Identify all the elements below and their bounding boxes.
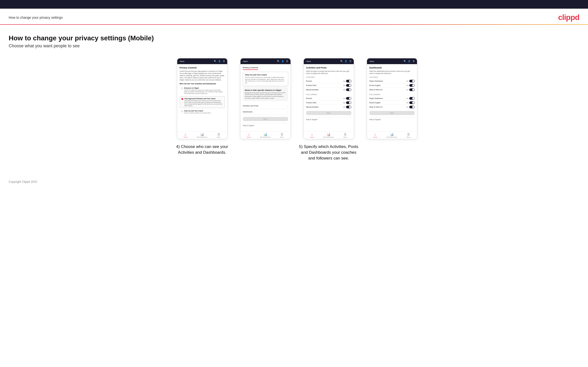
phone4: ‹ Back 🔍 👤 ☰ Dashboards Select the dashb… bbox=[367, 58, 417, 139]
phone4-icons: 🔍 👤 ☰ bbox=[404, 60, 415, 63]
person-icon-2[interactable]: 👤 bbox=[281, 60, 284, 63]
toggle-track-9 bbox=[409, 88, 415, 91]
search-icon-3[interactable]: 🔍 bbox=[340, 60, 343, 63]
home-icon: ⌂ bbox=[185, 133, 186, 136]
radio-label-1: Everyone on Clippd bbox=[184, 87, 224, 89]
phone4-followers-whattowork: What To Work On ON bbox=[369, 105, 415, 109]
coaches-whattowork-label: What To Work On bbox=[369, 89, 383, 91]
phone4-back[interactable]: ‹ Back bbox=[369, 60, 374, 62]
phone4-coaches-player: Player Dashboard ON bbox=[369, 79, 415, 83]
person-icon[interactable]: 👤 bbox=[218, 60, 221, 63]
toggle-thumb-6 bbox=[349, 106, 351, 108]
phone1-nav-menu[interactable]: ☰ Menu bbox=[210, 133, 227, 138]
followers-manual-label: Manual Activities bbox=[306, 106, 319, 108]
phone4-nav-menu[interactable]: ☰ Menu bbox=[400, 133, 417, 138]
phone1-nav-performance[interactable]: 📊 My Performance bbox=[194, 133, 210, 138]
phone1-nav-home[interactable]: ⌂ Home bbox=[177, 133, 194, 138]
link-dashboards[interactable]: Dashboards › bbox=[243, 109, 288, 115]
toggle-followers-drills[interactable]: ON bbox=[343, 101, 351, 104]
phone4-nav-performance[interactable]: 📊 My Performance bbox=[384, 133, 400, 138]
header-title: How to change your privacy settings bbox=[9, 16, 63, 19]
radio-option-2-text: Only Approved Followers and Your Coach O… bbox=[184, 98, 223, 107]
toggle-track-6 bbox=[346, 106, 351, 108]
chart-icon: 📊 bbox=[200, 133, 204, 136]
phone3-group: ‹ Back 🔍 👤 ☰ Activities and Posts Select… bbox=[297, 58, 360, 161]
chart-icon-4: 📊 bbox=[390, 133, 394, 136]
phone2-body: Privacy Controls Only You and Your Coach… bbox=[241, 64, 291, 131]
toggle-coaches-manual[interactable]: ON bbox=[343, 88, 351, 91]
phone1-section-title: Privacy Controls bbox=[180, 67, 225, 69]
phone3-nav-performance[interactable]: 📊 My Performance bbox=[320, 133, 337, 138]
phone4-followers-label: FOLLOWERS bbox=[369, 94, 415, 95]
toggle-followers-manual[interactable]: ON bbox=[343, 106, 351, 108]
phone3-back[interactable]: ‹ Back bbox=[306, 60, 311, 62]
more-icon-4[interactable]: ☰ bbox=[412, 60, 415, 63]
search-icon-4[interactable]: 🔍 bbox=[404, 60, 406, 63]
phone2-nav-home[interactable]: ⌂ Home bbox=[241, 133, 257, 138]
phone1-back[interactable]: ‹ Back bbox=[179, 60, 184, 62]
phone3-nav-home[interactable]: ⌂ Home bbox=[304, 133, 320, 138]
toggle-thumb-12 bbox=[412, 106, 414, 108]
radio-desc-2: Only approved followers and coaches you … bbox=[184, 100, 223, 107]
search-icon-2[interactable]: 🔍 bbox=[277, 60, 280, 63]
more-icon-2[interactable]: ☰ bbox=[286, 60, 289, 63]
menu-icon-3: ☰ bbox=[344, 133, 346, 136]
person-icon-3[interactable]: 👤 bbox=[345, 60, 347, 63]
search-icon[interactable]: 🔍 bbox=[214, 60, 217, 63]
radio-approved[interactable]: Only Approved Followers and Your Coach O… bbox=[180, 96, 225, 108]
toggle-on-text-6: ON bbox=[343, 106, 345, 108]
radio-only-you[interactable]: Only You and Your Coach Only you and the… bbox=[180, 109, 225, 115]
phone2-help-support: Help & Support bbox=[243, 123, 288, 126]
phone4-back-label: Back bbox=[370, 60, 374, 62]
phone4-coaches: COACHES Player Dashboard ON Round bbox=[369, 76, 415, 92]
toggle-coaches-drills[interactable]: ON bbox=[343, 84, 351, 87]
phone2-nav-menu-label: Menu bbox=[280, 136, 284, 138]
phone1-icons: 🔍 👤 ☰ bbox=[214, 60, 225, 63]
phone3-nav-perf-label: My Performance bbox=[323, 136, 334, 138]
phone2-bottomnav: ⌂ Home 📊 My Performance ☰ Menu bbox=[241, 131, 291, 139]
phone3-save-btn[interactable]: Save bbox=[306, 111, 351, 115]
phone2-nav-home-label: Home bbox=[247, 136, 251, 138]
radio-everyone[interactable]: Everyone on Clippd Anyone on Clippd can … bbox=[180, 86, 225, 96]
toggle-thumb-8 bbox=[412, 84, 414, 86]
phone1-section-desc: Control how you and your data appears to… bbox=[180, 70, 225, 81]
followers-whattowork-label: What To Work On bbox=[369, 106, 383, 108]
toggle-track-12 bbox=[409, 106, 415, 108]
link-activities[interactable]: Activities and Posts › bbox=[243, 103, 288, 109]
toggle-thumb-1 bbox=[349, 80, 351, 82]
phone3-followers-label: FOLLOWERS bbox=[306, 94, 351, 95]
phone2-nav-menu[interactable]: ☰ Menu bbox=[274, 133, 290, 138]
radio-option-1-text: Everyone on Clippd Anyone on Clippd can … bbox=[184, 87, 224, 94]
phone2-nav-performance[interactable]: 📊 My Performance bbox=[257, 133, 274, 138]
toggle-coaches-player[interactable]: ON bbox=[406, 80, 415, 82]
toggle-track-2 bbox=[346, 84, 351, 87]
toggle-track-5 bbox=[346, 101, 351, 104]
phone2-topbar: ‹ Back 🔍 👤 ☰ bbox=[241, 58, 291, 64]
toggle-coaches-whattowork[interactable]: ON bbox=[406, 88, 415, 91]
more-icon-3[interactable]: ☰ bbox=[349, 60, 352, 63]
phone4-desc: Select the dashboards that you'd like to… bbox=[369, 70, 415, 75]
person-icon-4[interactable]: 👤 bbox=[408, 60, 411, 63]
phone2-nav-perf-label: My Performance bbox=[260, 136, 270, 138]
toggle-followers-player[interactable]: ON bbox=[406, 97, 415, 100]
phone2-tooltip: Only You and Your Coach Only you and the… bbox=[243, 72, 288, 86]
phone1-bottomnav: ⌂ Home 📊 My Performance ☰ Menu bbox=[177, 131, 227, 139]
phone3-nav-menu[interactable]: ☰ Menu bbox=[337, 133, 354, 138]
toggle-coaches-insights[interactable]: ON bbox=[406, 84, 415, 87]
toggle-followers-insights[interactable]: ON bbox=[406, 101, 415, 104]
toggle-followers-whattowork[interactable]: ON bbox=[406, 106, 415, 108]
toggle-coaches-rounds[interactable]: ON bbox=[343, 80, 351, 82]
toggle-on-text-4: ON bbox=[343, 98, 345, 99]
phone4-save-btn[interactable]: Save bbox=[369, 111, 415, 115]
more-icon[interactable]: ☰ bbox=[223, 60, 225, 63]
phone2-save-btn[interactable]: Save bbox=[243, 117, 288, 121]
phone4-topbar: ‹ Back 🔍 👤 ☰ bbox=[367, 58, 417, 64]
followers-drills-label: Practice Drills bbox=[306, 102, 317, 103]
phone2-back[interactable]: ‹ Back bbox=[242, 60, 248, 62]
phone4-coaches-insights: Round Insights ON bbox=[369, 83, 415, 88]
radio-circle-2 bbox=[181, 98, 183, 100]
toggle-followers-rounds[interactable]: ON bbox=[343, 97, 351, 100]
toggle-track-4 bbox=[346, 97, 351, 100]
phone3-bottomnav: ⌂ Home 📊 My Performance ☰ Menu bbox=[304, 131, 354, 139]
phone4-nav-home[interactable]: ⌂ Home bbox=[367, 133, 384, 138]
